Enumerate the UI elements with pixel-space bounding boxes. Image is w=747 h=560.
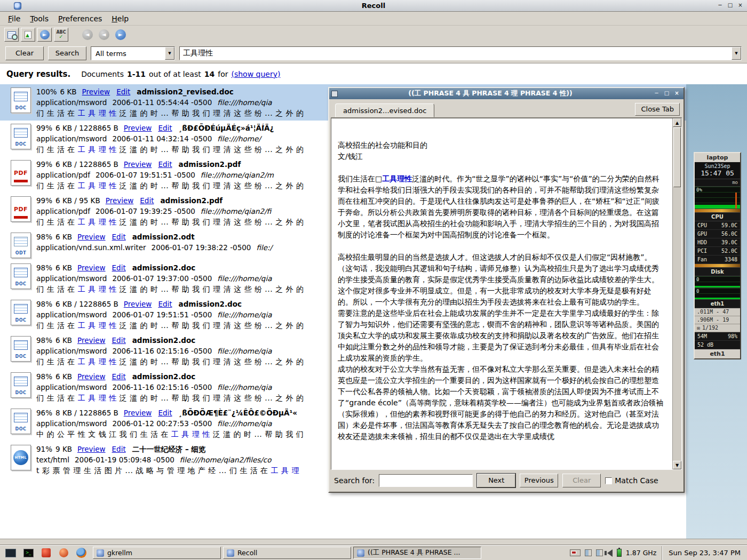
app-launcher-orange[interactable] (57, 547, 70, 559)
chevron-down-icon[interactable]: ▼ (165, 47, 174, 60)
result-mime: application/msword (36, 134, 107, 143)
edit-link[interactable]: Edit (112, 336, 126, 345)
search-bar: Clear Search All terms ▼ ▼ (0, 44, 747, 63)
preview-link[interactable]: Preview (124, 300, 152, 308)
result-score: 96% (36, 409, 52, 417)
result-mime: application/pdf (36, 207, 90, 215)
preview-link[interactable]: Preview (124, 160, 152, 169)
match-case-checkbox[interactable] (605, 477, 612, 484)
preview-link[interactable]: Preview (77, 372, 106, 381)
find-input[interactable] (379, 474, 473, 487)
preview-link[interactable]: Preview (124, 124, 152, 132)
preview-link[interactable]: Preview (124, 409, 152, 417)
firefox-launcher[interactable] (75, 547, 88, 559)
match-highlight: 工 具 理 (271, 466, 299, 475)
task-button[interactable]: Recoll (223, 547, 351, 559)
page-first-button[interactable]: ◄ (80, 28, 94, 42)
show-query-link[interactable]: (show query) (231, 70, 280, 78)
preview-link[interactable]: Preview (77, 336, 106, 345)
pager-icon[interactable] (585, 549, 592, 556)
preview-text-area[interactable]: 高校招生的社会功能和目的文/钱江我们生活在□工具理性泛滥的时代。作为“世之显学”… (331, 118, 672, 469)
result-size: 8 KB / 1228865 B (55, 409, 118, 417)
show-desktop-launcher[interactable] (4, 547, 17, 559)
task-button[interactable]: ((工 PHRASE 4 具 PHRASE ... (353, 547, 481, 559)
cpu-spike (735, 193, 737, 209)
results-total: 14 (204, 70, 214, 78)
query-refresh-button[interactable]: ► (37, 28, 52, 42)
minimize-icon[interactable]: ─ (652, 90, 661, 98)
chevron-down-icon[interactable]: ▼ (732, 47, 741, 60)
sensor-value: 56.0C (721, 230, 737, 238)
task-label: ((工 PHRASE 4 具 PHRASE ... (368, 548, 460, 557)
edit-link[interactable]: Edit (112, 445, 126, 453)
mail-row[interactable]: ✉ 1/192 (695, 324, 740, 332)
edit-link[interactable]: Edit (158, 160, 172, 169)
result-date: 2006-01-07 19:37:00 -0500 (112, 274, 212, 283)
menu-item[interactable]: Preferences (53, 13, 107, 25)
battery-icon[interactable] (617, 549, 622, 557)
spellcheck-button[interactable]: ABC✓ (54, 28, 68, 42)
search-input[interactable] (180, 47, 732, 59)
preview-scrollbar[interactable]: ▲ ▼ (672, 118, 681, 469)
sensor-value: 3348 (725, 255, 737, 263)
preview-window-title: ((工 PHRASE 4 具 PHRASE 4 理 PHRASE 4 性)) (329, 89, 651, 98)
index-update-button[interactable] (21, 28, 35, 42)
result-date: 2006-01-07 19:38:22 -0500 (152, 243, 251, 252)
result-mime: application/msword (36, 419, 107, 428)
find-previous-button[interactable]: Previous (520, 474, 558, 487)
task-window-icon (227, 549, 234, 557)
term-explorer-button[interactable] (4, 28, 19, 42)
menu-item[interactable]: Tools (25, 13, 53, 25)
terminal-icon: >_ (23, 549, 34, 557)
volume-icon[interactable] (607, 549, 613, 557)
search-button[interactable]: Search (48, 46, 86, 60)
recoll-titlebar[interactable]: Recoll ─ □ × (0, 0, 747, 12)
result-path: file:///home/qia (217, 383, 272, 391)
preview-titlebar[interactable]: ((工 PHRASE 4 具 PHRASE 4 理 PHRASE 4 性)) ─… (329, 88, 684, 99)
clear-button[interactable]: Clear (5, 46, 44, 60)
app-launcher-red[interactable] (39, 547, 52, 559)
edit-link[interactable]: Edit (158, 409, 172, 417)
edit-link[interactable]: Edit (112, 372, 126, 381)
task-button[interactable]: gkrellm (93, 547, 221, 559)
edit-link[interactable]: Edit (158, 300, 172, 308)
preview-link[interactable]: Preview (77, 445, 106, 453)
find-clear-button: Clear (562, 474, 601, 487)
workspace-icon[interactable] (596, 549, 603, 556)
preview-link[interactable]: Preview (106, 196, 134, 205)
close-icon[interactable]: × (736, 2, 745, 10)
preview-link[interactable]: Preview (82, 87, 110, 96)
maximize-icon[interactable]: □ (726, 2, 735, 10)
match-case-option[interactable]: Match Case (605, 476, 658, 485)
maximize-icon[interactable]: □ (662, 90, 671, 98)
term-explorer-icon (7, 31, 16, 38)
scrollbar-thumb[interactable] (673, 127, 681, 187)
menu-item[interactable]: Help (107, 13, 133, 25)
gkrellm-monitor[interactable]: laptop Sun23Sep 15:47 05 mo 0% CPU CPU59… (694, 152, 741, 359)
edit-link[interactable]: Edit (140, 196, 154, 205)
result-title: admission2.doc (132, 372, 196, 381)
preview-tab[interactable]: admission2...evised.doc (335, 103, 434, 117)
menu-item[interactable]: File (3, 13, 25, 25)
preview-link[interactable]: Preview (77, 233, 106, 241)
edit-link[interactable]: Edit (112, 263, 126, 272)
scroll-down-icon[interactable]: ▼ (673, 461, 681, 469)
edit-link[interactable]: Edit (116, 87, 130, 96)
file-type-icon: DOC (11, 124, 31, 149)
close-tab-button[interactable]: Close Tab (635, 103, 680, 116)
result-path: file:///home/qia (217, 347, 272, 355)
result-score: 99% (36, 160, 52, 169)
cpu-krell (695, 209, 740, 213)
preview-link[interactable]: Preview (77, 263, 106, 272)
terminal-launcher[interactable]: >_ (22, 547, 35, 559)
edit-link[interactable]: Edit (158, 124, 172, 132)
close-icon[interactable]: × (672, 90, 681, 98)
edit-link[interactable]: Edit (112, 233, 126, 241)
page-next-button[interactable]: ► (113, 28, 128, 42)
minimize-icon[interactable]: ─ (716, 2, 725, 10)
scroll-up-icon[interactable]: ▲ (673, 118, 681, 127)
search-mode-select[interactable]: All terms ▼ (91, 46, 175, 60)
find-next-button[interactable]: Next (477, 474, 515, 487)
page-prev-button[interactable]: ◄ (97, 28, 111, 42)
keyboard-layout-icon[interactable] (570, 549, 581, 556)
